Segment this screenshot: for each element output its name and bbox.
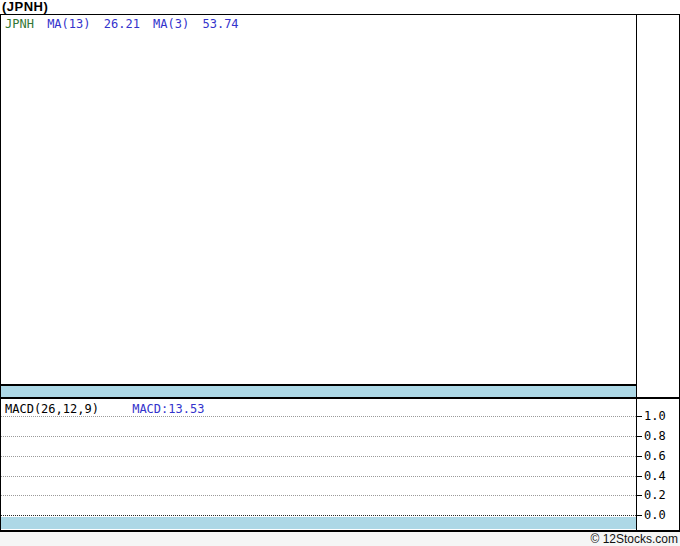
y-axis-label: 0.8 — [644, 429, 666, 443]
y-axis-tick — [636, 515, 642, 516]
y-axis-tick — [636, 456, 642, 457]
y-axis-tick — [636, 495, 642, 496]
main-chart-bottom-band — [1, 386, 636, 397]
macd-gridline-0_0 — [1, 515, 636, 516]
y-axis-tick — [636, 436, 642, 437]
macd-gridline-0_6 — [1, 456, 636, 457]
ma13-value: 26.21 — [104, 17, 140, 31]
panel-divider — [1, 397, 679, 399]
ma13-label: MA(13) — [47, 17, 90, 31]
y-axis-tick — [636, 476, 642, 477]
y-axis-label: 0.4 — [644, 469, 666, 483]
y-axis-line — [636, 15, 637, 530]
macd-bottom-band — [1, 517, 636, 529]
macd-value: MACD:13.53 — [132, 402, 204, 416]
macd-gridline-0_8 — [1, 436, 636, 437]
macd-gridline-0_4 — [1, 476, 636, 477]
symbol-label: JPNH — [5, 17, 34, 31]
ma3-label: MA(3) — [153, 17, 189, 31]
page-title: (JPNH) — [2, 0, 48, 14]
y-axis-label: 1.0 — [644, 409, 666, 423]
footer: © 12Stocks.com — [0, 532, 680, 546]
chart-frame: JPNH MA(13) 26.21 MA(3) 53.74 MACD(26,12… — [0, 14, 680, 532]
main-chart-legend: JPNH MA(13) 26.21 MA(3) 53.74 — [5, 18, 239, 30]
macd-legend: MACD(26,12,9) MACD:13.53 — [5, 403, 204, 415]
stock-chart-page: (JPNH) JPNH MA(13) 26.21 MA(3) 53.74 MAC… — [0, 0, 680, 546]
y-axis-label: 0.2 — [644, 488, 666, 502]
macd-gridline-1_0 — [1, 416, 636, 417]
copyright-text: © 12Stocks.com — [590, 532, 678, 546]
y-axis-label: 0.6 — [644, 449, 666, 463]
y-axis-label: 0.0 — [644, 508, 666, 522]
y-axis-tick — [636, 416, 642, 417]
macd-params-label: MACD(26,12,9) — [5, 402, 99, 416]
ma3-value: 53.74 — [202, 17, 238, 31]
macd-gridline-0_2 — [1, 495, 636, 496]
